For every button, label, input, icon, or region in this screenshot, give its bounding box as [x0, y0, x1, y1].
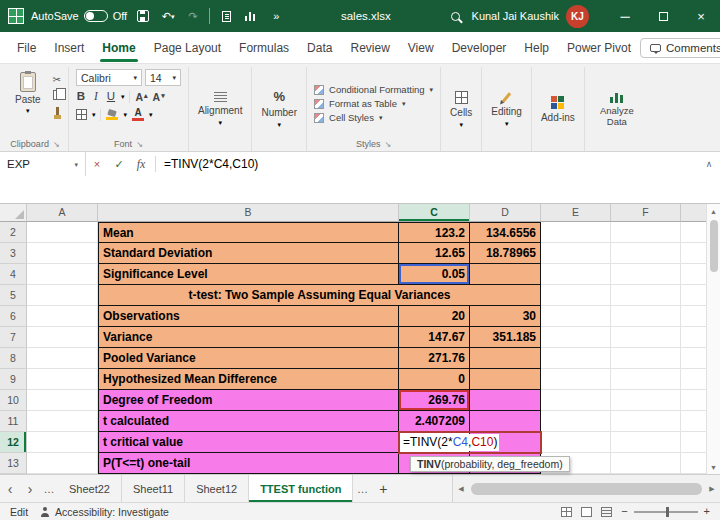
previous-sheet-button[interactable]: ‹: [0, 475, 20, 502]
row-header-5[interactable]: 5: [0, 285, 27, 306]
save-button[interactable]: [134, 5, 152, 27]
cell-B11[interactable]: t calculated: [98, 411, 399, 432]
avatar[interactable]: KJ: [566, 5, 589, 28]
cell-A7[interactable]: [27, 327, 98, 348]
tab-insert[interactable]: Insert: [45, 32, 93, 63]
column-header-a[interactable]: A: [27, 204, 98, 222]
collapse-formula-bar-icon[interactable]: ∧: [698, 159, 720, 169]
cell-B10[interactable]: Degree of Freedom: [98, 390, 399, 411]
tab-view[interactable]: View: [399, 32, 443, 63]
cell-C6[interactable]: 20: [399, 306, 470, 327]
ribbon-group-editing[interactable]: Editing ▾: [482, 67, 532, 151]
zoom-control[interactable]: − +: [621, 506, 710, 517]
document-title[interactable]: sales.xlsx: [341, 10, 391, 22]
dialog-launcher-icon[interactable]: ↘: [384, 140, 391, 149]
cell-C4[interactable]: 0.05: [399, 264, 470, 285]
cell-A3[interactable]: [27, 243, 98, 264]
more-sheets-right-button[interactable]: …: [353, 475, 371, 502]
cell-A4[interactable]: [27, 264, 98, 285]
cell-A9[interactable]: [27, 369, 98, 390]
copy-button[interactable]: [217, 5, 235, 27]
enter-button[interactable]: ✓: [108, 152, 130, 176]
cell-A2[interactable]: [27, 222, 98, 243]
zoom-slider-knob[interactable]: [666, 507, 669, 517]
font-name-select[interactable]: Calibri ▾: [76, 69, 142, 86]
scroll-down-icon[interactable]: ▼: [707, 460, 720, 474]
cell-D4[interactable]: [470, 264, 541, 285]
tab-power-pivot[interactable]: Power Pivot: [558, 32, 640, 63]
cell-D2[interactable]: 134.6556: [470, 222, 541, 243]
undo-button[interactable]: ↶▾: [159, 5, 177, 27]
ribbon-group-alignment[interactable]: Alignment ▾: [189, 67, 252, 151]
paste-button[interactable]: Paste ▾: [9, 69, 47, 138]
cell-F9[interactable]: [611, 369, 681, 390]
accessibility-status[interactable]: Accessibility: Investigate: [40, 506, 169, 518]
cell-D8[interactable]: [470, 348, 541, 369]
cell-edit-overlay[interactable]: =TINV(2*C4,C10): [398, 431, 542, 454]
italic-button[interactable]: I: [91, 91, 101, 103]
horizontal-scroll-track[interactable]: [469, 475, 704, 502]
cell-C10[interactable]: 269.76: [399, 390, 470, 411]
row-header-7[interactable]: 7: [0, 327, 27, 348]
cell-E8[interactable]: [541, 348, 611, 369]
minimize-button[interactable]: ─: [606, 0, 644, 32]
dialog-launcher-icon[interactable]: ↘: [136, 140, 143, 149]
dialog-launcher-icon[interactable]: ↘: [53, 140, 60, 149]
cell-B12[interactable]: t critical value: [98, 432, 399, 453]
cell-D7[interactable]: 351.185: [470, 327, 541, 348]
cell-E2[interactable]: [541, 222, 611, 243]
font-size-select[interactable]: 14 ▾: [145, 69, 181, 86]
bold-button[interactable]: B: [76, 91, 86, 103]
scroll-left-icon[interactable]: ◀: [453, 485, 469, 493]
analyze-data-button[interactable]: Analyze Data: [585, 67, 649, 151]
zoom-in-icon[interactable]: +: [704, 506, 710, 517]
row-header-13[interactable]: 13: [0, 453, 27, 474]
row-header-6[interactable]: 6: [0, 306, 27, 327]
cell-A10[interactable]: [27, 390, 98, 411]
cell-D6[interactable]: 30: [470, 306, 541, 327]
column-header-b[interactable]: B: [98, 204, 399, 222]
underline-button[interactable]: U: [106, 91, 116, 103]
cell-E6[interactable]: [541, 306, 611, 327]
cell-F4[interactable]: [611, 264, 681, 285]
formula-input[interactable]: =TINV(2*C4,C10): [159, 157, 698, 171]
row-header-2[interactable]: 2: [0, 222, 27, 243]
name-box[interactable]: EXP ▾: [0, 152, 86, 176]
cell-B6[interactable]: Observations: [98, 306, 399, 327]
cell-A5[interactable]: [27, 285, 98, 306]
tab-file[interactable]: File: [8, 32, 45, 63]
row-header-11[interactable]: 11: [0, 411, 27, 432]
cell-A13[interactable]: [27, 453, 98, 474]
cell-styles-button[interactable]: Cell Styles▾: [314, 112, 433, 123]
autosave-toggle[interactable]: AutoSave Off: [31, 10, 127, 22]
user-name[interactable]: Kunal Jai Kaushik: [472, 10, 559, 22]
close-button[interactable]: ×: [682, 0, 720, 32]
ribbon-group-addins[interactable]: Add-ins: [532, 67, 585, 151]
format-painter-button[interactable]: [53, 105, 61, 117]
cell-F11[interactable]: [611, 411, 681, 432]
font-color-button[interactable]: A: [132, 108, 144, 121]
sheet-tab-ttest-function[interactable]: TTEST function: [249, 475, 353, 502]
cell-C3[interactable]: 12.65: [399, 243, 470, 264]
borders-icon[interactable]: [76, 109, 87, 120]
new-sheet-button[interactable]: +: [371, 475, 395, 502]
cell-B9[interactable]: Hypothesized Mean Difference: [98, 369, 399, 390]
tab-developer[interactable]: Developer: [443, 32, 516, 63]
cell-D11[interactable]: [470, 411, 541, 432]
sheet-tab-sheet11[interactable]: Sheet11: [122, 475, 185, 502]
row-header-4[interactable]: 4: [0, 264, 27, 285]
cell-E9[interactable]: [541, 369, 611, 390]
more-sheets-left-button[interactable]: …: [40, 475, 58, 502]
page-layout-view-button[interactable]: [581, 507, 592, 517]
increase-font-button[interactable]: A▴: [135, 91, 147, 103]
chart-button[interactable]: [242, 5, 260, 27]
tab-page-layout[interactable]: Page Layout: [145, 32, 230, 63]
cell-F2[interactable]: [611, 222, 681, 243]
redo-button[interactable]: ↷: [184, 5, 202, 27]
tab-data[interactable]: Data: [298, 32, 341, 63]
tab-home[interactable]: Home: [93, 32, 144, 63]
column-header-f[interactable]: F: [611, 204, 681, 222]
cell-F5[interactable]: [611, 285, 681, 306]
select-all-button[interactable]: [0, 204, 27, 222]
cell-A12[interactable]: [27, 432, 98, 453]
